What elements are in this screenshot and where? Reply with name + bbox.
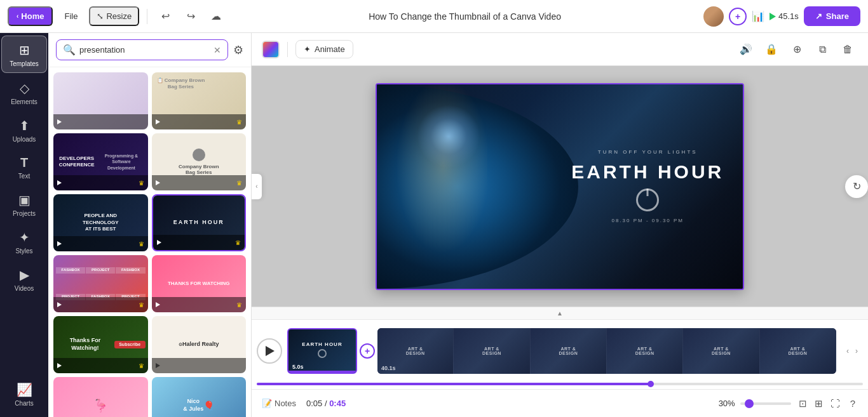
help-button[interactable]: ? xyxy=(848,395,858,411)
color-picker[interactable] xyxy=(262,41,280,58)
zoom-slider[interactable] xyxy=(740,402,791,405)
earth-visual xyxy=(377,84,578,289)
sidebar-item-projects[interactable]: ▣ Projects xyxy=(1,186,47,222)
timer-value: 45.1s xyxy=(778,11,799,21)
template-card[interactable]: THANKS FOR WATCHING ♛ xyxy=(152,255,247,312)
resize-button[interactable]: ⤡ Resize xyxy=(89,6,139,26)
filter-button[interactable]: ⚙ xyxy=(233,43,243,57)
add-collaborator-button[interactable]: + xyxy=(729,8,747,25)
play-icon xyxy=(156,302,160,307)
card-overlay: ♛ xyxy=(152,114,247,129)
timeline-scrollbar[interactable] xyxy=(257,383,863,385)
sidebar-item-uploads[interactable]: ⬆ Uploads xyxy=(1,112,47,148)
timeline-clip-earth[interactable]: EARTH HOUR 5.0s xyxy=(287,328,357,374)
fit-screen-button[interactable]: ⊡ xyxy=(796,395,810,412)
avatar[interactable] xyxy=(703,6,724,27)
videos-label: Videos xyxy=(15,285,34,292)
search-icon: 🔍 xyxy=(63,44,76,56)
file-button[interactable]: File xyxy=(58,8,84,25)
template-card[interactable]: PEOPLE ANDTECHNOLOGYAT ITS BEST ♛ xyxy=(53,194,148,251)
canvas-toolbar: ✦ Animate 🔊 🔒 ⊕ ⧉ 🗑 xyxy=(252,33,868,66)
play-icon xyxy=(157,240,161,245)
template-card[interactable]: Nico& Jules🎈 xyxy=(152,377,247,417)
sidebar-item-templates[interactable]: ⊞ Templates xyxy=(1,36,47,73)
art-segment: ART &DESIGN xyxy=(760,328,836,374)
fullscreen-button[interactable]: ⛶ xyxy=(828,395,843,412)
elements-icon: ◇ xyxy=(20,81,29,96)
card-overlay: ♛ xyxy=(53,175,148,190)
timeline-clip-art[interactable]: ART &DESIGN ART &DESIGN ART &DESIGN ART … xyxy=(377,328,836,374)
template-card[interactable]: DEVELOPERS CONFERENCEProgramming & Softw… xyxy=(53,133,148,190)
sidebar-item-styles[interactable]: ✦ Styles xyxy=(1,223,47,260)
toolbar-divider xyxy=(287,42,288,57)
redo-button[interactable]: ↪ xyxy=(180,6,201,27)
timeline-area: ▲ EARTH HOUR 5.0s xyxy=(252,307,868,389)
timeline-prev-button[interactable]: ‹ xyxy=(844,344,851,358)
add-clip-button[interactable]: + xyxy=(360,343,375,359)
play-icon xyxy=(57,363,62,368)
sidebar-item-charts[interactable]: 📈 Charts xyxy=(1,376,47,412)
animate-label: Animate xyxy=(315,44,345,54)
slide-text-area: TURN OFF YOUR LIGHTS EARTH HOUR 08.30 PM… xyxy=(552,84,743,289)
lock-button[interactable]: 🔒 xyxy=(761,39,782,60)
template-card[interactable]: ⊙ Halerd Realty xyxy=(152,316,247,373)
template-card[interactable] xyxy=(53,72,148,129)
grid-view-button[interactable]: ⊞ xyxy=(812,395,825,412)
card-overlay xyxy=(152,358,247,373)
timeline-toggle[interactable]: ▲ xyxy=(252,307,868,320)
slide-canvas[interactable]: TURN OFF YOUR LIGHTS EARTH HOUR 08.30 PM… xyxy=(376,83,744,290)
audio-button[interactable]: 🔊 xyxy=(736,39,756,60)
canvas-toolbar-right: 🔊 🔒 ⊕ ⧉ 🗑 xyxy=(736,39,858,60)
canvas-area: ✦ Animate 🔊 🔒 ⊕ ⧉ 🗑 ‹ xyxy=(252,33,868,417)
art-segment: ART &DESIGN xyxy=(454,328,530,374)
view-buttons: ⊡ ⊞ ⛶ xyxy=(796,395,843,412)
styles-label: Styles xyxy=(15,248,32,255)
play-triangle-icon xyxy=(266,346,275,356)
template-card[interactable]: FASHBOX PROJECT FASHBOX PROJECT FASHBOX … xyxy=(53,255,148,312)
animate-button[interactable]: ✦ Animate xyxy=(295,40,353,58)
template-card[interactable]: 🦩 ♛ xyxy=(53,377,148,417)
play-icon xyxy=(156,180,160,185)
duplicate-button[interactable]: ⧉ xyxy=(812,39,832,60)
play-icon xyxy=(57,241,62,246)
text-icon: T xyxy=(20,156,28,170)
card-overlay: ♛ xyxy=(153,235,245,250)
templates-icon: ⊞ xyxy=(19,43,30,58)
home-button[interactable]: ‹ Home xyxy=(8,6,53,26)
templates-grid: 📋 Company BrownBag Series ♛ DEVELOPERS C… xyxy=(48,67,251,417)
analytics-icon[interactable]: 📊 xyxy=(752,10,764,22)
slide-time: 08.30 PM - 09.30 PM xyxy=(611,218,684,223)
sidebar: ⊞ Templates ◇ Elements ⬆ Uploads T Text … xyxy=(0,33,48,417)
sidebar-item-elements[interactable]: ◇ Elements xyxy=(1,74,47,110)
share-label: Share xyxy=(826,11,849,21)
delete-button[interactable]: 🗑 xyxy=(837,39,858,60)
card-overlay: ♛ xyxy=(152,175,247,190)
sidebar-item-text[interactable]: T Text xyxy=(1,149,47,185)
undo-button[interactable]: ↩ xyxy=(155,6,175,27)
search-input[interactable] xyxy=(79,45,210,55)
template-card-selected[interactable]: EARTH HOUR ♛ xyxy=(152,194,247,251)
collapse-panel-button[interactable]: ‹ xyxy=(252,174,262,199)
clear-search-button[interactable]: ✕ xyxy=(214,45,221,55)
timeline-next-button[interactable]: › xyxy=(853,344,860,358)
template-card[interactable]: Thanks For Watching! Subscribe ♛ xyxy=(53,316,148,373)
template-card[interactable]: Company BrownBag Series ♛ xyxy=(152,133,247,190)
template-card[interactable]: 📋 Company BrownBag Series ♛ xyxy=(152,72,247,129)
clip-title: EARTH HOUR xyxy=(302,341,342,347)
share-button[interactable]: ↗ Share xyxy=(804,6,860,26)
time-display: 0:05 / 0:45 xyxy=(306,399,346,408)
play-button[interactable] xyxy=(257,338,282,364)
projects-icon: ▣ xyxy=(18,192,31,208)
templates-panel: 🔍 ✕ ⚙ 📋 Company BrownBag Series xyxy=(48,33,252,417)
resize-icon: ⤡ xyxy=(97,11,104,21)
current-time: 0:05 xyxy=(306,399,322,408)
sidebar-item-videos[interactable]: ▶ Videos xyxy=(1,261,47,297)
add-to-slides-button[interactable]: ⊕ xyxy=(787,39,807,60)
art-segment: ART &DESIGN xyxy=(683,328,759,374)
notes-button[interactable]: 📝 Notes xyxy=(262,399,296,408)
crown-icon: ♛ xyxy=(139,180,144,187)
refresh-button[interactable]: ↻ xyxy=(845,175,868,198)
cloud-save-button[interactable]: ☁ xyxy=(206,6,226,27)
zoom-value: 30% xyxy=(719,399,735,408)
search-bar: 🔍 ✕ ⚙ xyxy=(48,33,251,67)
